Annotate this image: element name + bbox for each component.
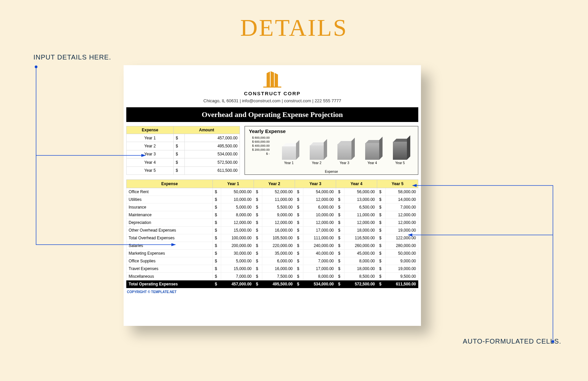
expense-value: 50,000.00 — [386, 250, 418, 257]
detail-header: Year 4 — [336, 180, 377, 188]
expense-value: 7,000.00 — [303, 257, 336, 265]
currency-symbol: $ — [213, 219, 221, 227]
chart-tick: $ 600,000.00 — [249, 140, 270, 144]
yearly-row[interactable]: Year 3$534,000.00 — [127, 150, 240, 158]
currency-symbol: $ — [295, 234, 303, 242]
currency-symbol: $ — [336, 234, 344, 242]
yearly-header-amount: Amount — [173, 126, 240, 134]
expense-value: 8,000.00 — [221, 211, 254, 219]
expense-value: 30,000.00 — [221, 250, 254, 257]
expense-value: 40,000.00 — [303, 250, 336, 257]
currency-symbol: $ — [213, 188, 221, 196]
expense-name: Miscellaneous — [127, 273, 213, 280]
currency-symbol: $ — [213, 265, 221, 273]
chart-tick: $ 800,000.00 — [249, 136, 270, 140]
currency-symbol: $ — [377, 257, 386, 265]
detail-row[interactable]: Total Overhead Expenses$100,000.00$105,5… — [127, 234, 418, 242]
currency-symbol: $ — [377, 219, 386, 227]
currency-symbol: $ — [254, 265, 262, 273]
currency-symbol: $ — [377, 273, 386, 280]
detail-row[interactable]: Other Overhead Expenses$15,000.00$16,000… — [127, 227, 418, 234]
expense-value: 111,000.00 — [303, 234, 336, 242]
currency-symbol: $ — [377, 234, 386, 242]
yearly-amount: 457,000.00 — [184, 134, 240, 142]
yearly-row[interactable]: Year 1$457,000.00 — [127, 134, 240, 142]
yearly-label: Year 1 — [127, 134, 174, 142]
currency-symbol: $ — [254, 188, 262, 196]
expense-value: 15,000.00 — [221, 265, 254, 273]
spreadsheet-preview: CONSTRUCT CORP Chicago, IL 60631 | info@… — [124, 65, 421, 326]
detail-total-row: Total Operating Expenses$457,000.00$495,… — [127, 280, 418, 288]
detail-row[interactable]: Insurance$5,000.00$5,500.00$6,000.00$6,5… — [127, 204, 418, 211]
currency-symbol: $ — [173, 158, 184, 166]
expense-value: 45,000.00 — [344, 250, 377, 257]
currency-symbol: $ — [377, 196, 386, 204]
detail-row[interactable]: Miscellaneous$7,000.00$7,500.00$8,000.00… — [127, 273, 418, 280]
detail-row[interactable]: Office Supplies$5,000.00$6,000.00$7,000.… — [127, 257, 418, 265]
currency-symbol: $ — [336, 188, 344, 196]
expense-value: 10,000.00 — [303, 211, 336, 219]
yearly-row[interactable]: Year 4$572,500.00 — [127, 158, 240, 166]
currency-symbol: $ — [377, 211, 386, 219]
expense-value: 260,000.00 — [344, 242, 377, 250]
detail-row[interactable]: Travel Expenses$15,000.00$16,000.00$17,0… — [127, 265, 418, 273]
currency-symbol: $ — [254, 257, 262, 265]
currency-symbol: $ — [173, 166, 184, 174]
currency-symbol: $ — [254, 234, 262, 242]
chart-category-label: Year 3 — [340, 161, 349, 165]
chart-x-labels: Year 1Year 2Year 3Year 4Year 5 — [275, 161, 414, 165]
expense-value: 11,000.00 — [344, 211, 377, 219]
currency-symbol: $ — [377, 227, 386, 234]
expense-value: 15,000.00 — [221, 227, 254, 234]
expense-value: 6,500.00 — [344, 204, 377, 211]
currency-symbol: $ — [295, 204, 303, 211]
currency-symbol: $ — [254, 250, 262, 257]
expense-value: 12,000.00 — [303, 196, 336, 204]
yearly-label: Year 2 — [127, 142, 174, 150]
detail-row[interactable]: Salaries$200,000.00$220,000.00$240,000.0… — [127, 242, 418, 250]
detail-row[interactable]: Marketing Expenses$30,000.00$35,000.00$4… — [127, 250, 418, 257]
currency-symbol: $ — [254, 280, 262, 288]
currency-symbol: $ — [377, 280, 386, 288]
currency-symbol: $ — [336, 219, 344, 227]
currency-symbol: $ — [295, 250, 303, 257]
detail-row[interactable]: Utilities$10,000.00$11,000.00$12,000.00$… — [127, 196, 418, 204]
chart-category-label: Year 4 — [368, 161, 377, 165]
expense-name: Depreciation — [127, 219, 213, 227]
chart-bar — [337, 144, 351, 160]
currency-symbol: $ — [213, 204, 221, 211]
currency-symbol: $ — [377, 250, 386, 257]
currency-symbol: $ — [295, 188, 303, 196]
expense-name: Total Operating Expenses — [127, 280, 213, 288]
expense-name: Office Rent — [127, 188, 213, 196]
company-name: CONSTRUCT CORP — [124, 91, 421, 96]
detail-row[interactable]: Office Rent$50,000.00$52,000.00$54,000.0… — [127, 188, 418, 196]
currency-symbol: $ — [336, 204, 344, 211]
yearly-row[interactable]: Year 2$495,500.00 — [127, 142, 240, 150]
detail-row[interactable]: Depreciation$12,000.00$12,000.00$12,000.… — [127, 219, 418, 227]
currency-symbol: $ — [336, 265, 344, 273]
expense-name: Office Supplies — [127, 257, 213, 265]
yearly-label: Year 3 — [127, 150, 174, 158]
detail-row[interactable]: Maintenance$8,000.00$9,000.00$10,000.00$… — [127, 211, 418, 219]
currency-symbol: $ — [295, 211, 303, 219]
detail-header: Year 5 — [377, 180, 418, 188]
svg-marker-2 — [275, 73, 278, 87]
currency-symbol: $ — [336, 250, 344, 257]
expense-value: 8,500.00 — [344, 273, 377, 280]
currency-symbol: $ — [336, 242, 344, 250]
expense-value: 122,000.00 — [386, 234, 418, 242]
yearly-row[interactable]: Year 5$611,500.00 — [127, 166, 240, 174]
expense-value: 5,000.00 — [221, 257, 254, 265]
currency-symbol: $ — [295, 219, 303, 227]
currency-symbol: $ — [173, 142, 184, 150]
currency-symbol: $ — [295, 280, 303, 288]
expense-value: 18,000.00 — [344, 265, 377, 273]
expense-value: 16,000.00 — [262, 227, 295, 234]
chart-category-label: Year 1 — [284, 161, 294, 165]
expense-value: 6,000.00 — [303, 204, 336, 211]
expense-value: 18,000.00 — [344, 227, 377, 234]
detail-header: Year 2 — [254, 180, 295, 188]
expense-value: 8,000.00 — [344, 257, 377, 265]
expense-value: 6,000.00 — [262, 257, 295, 265]
